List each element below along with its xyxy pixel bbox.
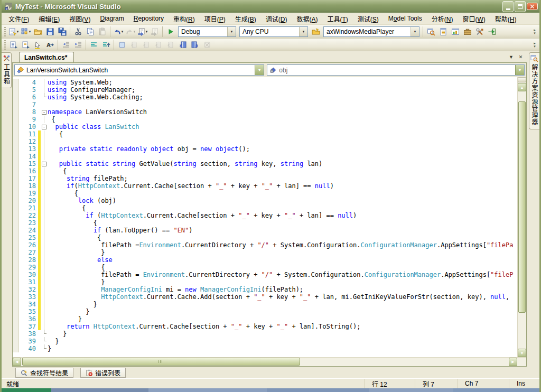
cut-button[interactable] xyxy=(72,26,84,38)
menu-data[interactable]: 数据(A) xyxy=(292,13,322,25)
open-file-button[interactable] xyxy=(32,26,44,38)
quick-info-button[interactable] xyxy=(32,39,44,51)
increase-indent-button[interactable] xyxy=(72,39,84,51)
prev-bookmark-doc-button[interactable] xyxy=(176,39,189,51)
fold-margin[interactable]: - xyxy=(41,108,48,116)
fold-margin xyxy=(41,227,48,234)
indicator-margin xyxy=(13,271,19,278)
document-tab[interactable]: LanSwitch.cs* xyxy=(19,52,74,62)
find-combo-arrow[interactable]: ▼ xyxy=(411,27,419,36)
menu-edit[interactable]: 编辑(E) xyxy=(34,13,64,25)
horizontal-scroll-track[interactable] xyxy=(21,358,509,366)
menu-repository[interactable]: Repository xyxy=(129,13,169,24)
navigate-backward-button[interactable]: ▾ xyxy=(136,26,148,38)
find-combo[interactable]: axWindowsMediaPlayer▼ xyxy=(323,26,419,37)
types-combo-arrow[interactable]: ▼ xyxy=(255,65,264,75)
status-character: Ch 7 xyxy=(457,379,509,388)
object-browser-button[interactable] xyxy=(449,26,461,38)
members-combo[interactable]: obj ▼ xyxy=(267,64,525,76)
status-message: 就绪 xyxy=(6,379,19,388)
comment-selection-button[interactable] xyxy=(88,39,100,51)
menu-debug[interactable]: 调试(D) xyxy=(261,13,292,25)
platform-combo[interactable]: Any CPU▼ xyxy=(239,26,308,37)
toggle-bookmark-button[interactable] xyxy=(116,39,128,51)
minimize-button[interactable] xyxy=(502,1,514,12)
scroll-up-button[interactable]: ▲ xyxy=(518,83,526,91)
undo-button[interactable]: ▾ xyxy=(112,26,124,38)
find-in-files-button[interactable] xyxy=(310,26,322,38)
add-item-button[interactable]: ▾ xyxy=(20,26,32,38)
indicator-margin xyxy=(13,160,19,167)
find-symbol-results-tab[interactable]: 查找符号结果 xyxy=(15,368,73,378)
text-editor-toolbar-overflow[interactable]: ▸▾ xyxy=(531,39,538,51)
code-text: } xyxy=(48,308,89,315)
line-number: 4 xyxy=(19,79,38,86)
indicator-margin xyxy=(13,153,19,160)
menu-tools[interactable]: 工具(T) xyxy=(323,13,353,25)
line-number: 11 xyxy=(19,130,38,138)
tb1-drag-grip[interactable] xyxy=(4,27,6,36)
members-combo-arrow[interactable]: ▼ xyxy=(515,65,524,75)
next-bookmark-doc-button[interactable] xyxy=(189,39,201,51)
menu-project[interactable]: 项目(P) xyxy=(200,13,230,25)
menu-file[interactable]: 文件(F) xyxy=(4,13,34,25)
solution-config-combo-arrow[interactable]: ▼ xyxy=(227,27,236,36)
tb2-drag-grip[interactable] xyxy=(4,40,6,50)
vertical-scroll-thumb[interactable] xyxy=(518,101,526,312)
split-window-handle[interactable] xyxy=(518,77,526,82)
vertical-scrollbar[interactable]: ▲ ▼ xyxy=(517,77,526,357)
close-document-button[interactable]: ✕ xyxy=(517,53,525,61)
fold-margin[interactable]: - xyxy=(41,160,48,167)
menu-model-tools[interactable]: Model Tools xyxy=(384,13,427,24)
menu-view[interactable]: 视图(V) xyxy=(64,13,95,25)
menu-diagram[interactable]: Diagram xyxy=(95,13,128,24)
menu-test[interactable]: 测试(S) xyxy=(353,13,384,25)
platform-combo-arrow[interactable]: ▼ xyxy=(299,27,307,36)
close-button[interactable]: ✕ xyxy=(527,3,538,10)
vertical-scroll-track[interactable] xyxy=(518,91,526,349)
navigate-go-button[interactable] xyxy=(486,26,498,38)
menu-refactor[interactable]: 重构(R) xyxy=(169,13,200,25)
solution-config-combo[interactable]: Debug▼ xyxy=(178,26,236,37)
toolbox-panel-tab[interactable]: 工具箱 xyxy=(2,52,12,88)
save-all-button[interactable] xyxy=(56,26,68,38)
solution-explorer-panel-tab[interactable]: 解决方案资源管理器 xyxy=(529,52,539,129)
toolbox-button[interactable] xyxy=(461,26,473,38)
parameter-info-button[interactable] xyxy=(20,39,32,51)
fold-margin xyxy=(41,182,48,190)
new-project-button[interactable]: ▾ xyxy=(7,26,20,38)
scroll-left-button[interactable]: ◀ xyxy=(13,358,21,366)
decrease-indent-button[interactable] xyxy=(60,39,72,51)
horizontal-scroll-thumb[interactable] xyxy=(22,358,300,366)
start-debug-button[interactable] xyxy=(164,26,176,38)
display-member-list-button[interactable] xyxy=(7,39,20,51)
menu-build[interactable]: 生成(B) xyxy=(230,13,261,25)
menu-window[interactable]: 窗口(W) xyxy=(458,13,490,25)
properties-window-button[interactable] xyxy=(437,26,449,38)
indicator-margin xyxy=(13,138,19,145)
class-icon xyxy=(17,67,24,74)
copy-button[interactable] xyxy=(84,26,96,38)
standard-toolbar-overflow[interactable]: ▸▾ xyxy=(531,26,538,38)
types-combo[interactable]: LanVersionSwitch.LanSwitch ▼ xyxy=(14,64,264,76)
code-line: 18if(HttpContext.Current.Cache[section +… xyxy=(13,182,517,190)
horizontal-scrollbar[interactable]: ◀ ▶ xyxy=(13,358,517,366)
solution-explorer-button[interactable] xyxy=(425,26,437,38)
save-button[interactable] xyxy=(44,26,56,38)
word-completion-button[interactable]: A xyxy=(44,39,56,51)
tools-options-button[interactable] xyxy=(473,26,486,38)
error-list-tab[interactable]: 错误列表 xyxy=(80,368,126,378)
menu-help[interactable]: 帮助(H) xyxy=(490,13,521,25)
code-editor[interactable]: 4using System.Web;5using ConfigureManage… xyxy=(13,77,517,357)
scroll-down-button[interactable]: ▼ xyxy=(518,349,526,357)
restore-button[interactable] xyxy=(515,1,526,12)
code-text: public class LanSwitch xyxy=(48,123,139,130)
active-files-dropdown-button[interactable]: ▼ xyxy=(507,53,515,61)
toolbox-icon xyxy=(3,54,11,62)
code-line: 8-namespace LanVersionSwitch xyxy=(13,108,517,116)
menu-analyze[interactable]: 分析(N) xyxy=(427,13,458,25)
fold-margin[interactable]: - xyxy=(41,123,48,130)
uncomment-selection-button[interactable] xyxy=(100,39,112,51)
scroll-right-button[interactable]: ▶ xyxy=(509,358,517,366)
toolbar-separator xyxy=(114,40,114,50)
